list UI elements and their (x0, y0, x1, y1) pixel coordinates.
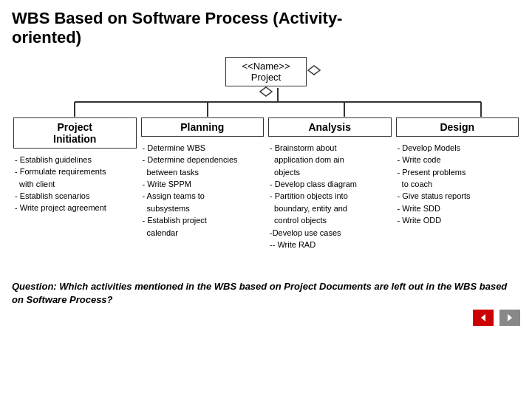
list-item: - Brainstorm about (270, 143, 390, 154)
svg-marker-8 (260, 87, 272, 96)
list-item: - Write SPPM (143, 179, 263, 190)
list-item: - Determine dependencies (143, 154, 263, 166)
node-label-line2: Project (233, 72, 299, 83)
list-item: - Establish guidelines (15, 154, 135, 166)
list-item: with client (15, 179, 135, 190)
col-body-planning: - Determine WBS - Determine dependencies… (141, 143, 265, 239)
col-planning: Planning - Determine WBS - Determine dep… (141, 117, 265, 252)
list-item: to coach (398, 179, 518, 190)
list-item: - Assign teams to (143, 191, 263, 202)
question-text: Question: Which activities mentioned in … (12, 280, 520, 307)
diagram-area: <<Name>> Project ProjectInitiation - Est… (12, 54, 520, 276)
col-header-planning: Planning (141, 117, 265, 137)
col-header-project-initiation: ProjectInitiation (13, 117, 137, 149)
question-content: Question: Which activities mentioned in … (12, 281, 507, 305)
list-item: - Give status reports (398, 191, 518, 202)
page: WBS Based on Software Process (Activity-… (0, 0, 532, 399)
list-item: between tasks (143, 167, 263, 178)
list-item: subsystems (143, 203, 263, 214)
list-item: application dom ain (270, 154, 390, 166)
columns-container: ProjectInitiation - Establish guidelines… (12, 117, 520, 252)
list-item: control objects (270, 215, 390, 226)
list-item: - Develop class diagram (270, 179, 390, 190)
list-item: -- Write RAD (270, 239, 390, 250)
col-body-analysis: - Brainstorm about application dom ain o… (268, 143, 392, 252)
list-item: - Partition objects into (270, 191, 390, 202)
bottom-icons (12, 310, 520, 326)
left-arrow-icon (478, 313, 488, 323)
col-header-analysis: Analysis (268, 117, 392, 137)
list-item: - Formulate requirements (15, 166, 135, 177)
name-project-box: <<Name>> Project (225, 57, 307, 86)
col-design: Design - Develop Models - Write code - P… (396, 117, 519, 252)
col-body-project-initiation: - Establish guidelines - Formulate requi… (13, 154, 137, 215)
list-item: -Develop use cases (270, 228, 390, 239)
list-item: - Write project agreement (15, 202, 135, 214)
col-header-design: Design (396, 117, 519, 137)
list-item: - Write SDD (398, 203, 518, 214)
list-item: - Develop Models (398, 143, 518, 154)
col-analysis: Analysis - Brainstorm about application … (268, 117, 392, 252)
list-item: - Establish scenarios (15, 191, 135, 202)
col-project-initiation: ProjectInitiation - Establish guidelines… (13, 117, 137, 252)
node-label-line1: <<Name>> (233, 61, 299, 72)
gray-nav-icon[interactable] (499, 310, 520, 326)
list-item: - Write ODD (398, 215, 518, 226)
red-nav-icon[interactable] (473, 310, 494, 326)
page-title: WBS Based on Software Process (Activity-… (12, 9, 520, 48)
bottom-diamond-icon (259, 86, 273, 97)
svg-marker-10 (508, 314, 512, 321)
list-item: - Establish project (143, 215, 263, 226)
list-item: objects (270, 167, 390, 178)
svg-marker-9 (481, 314, 485, 321)
title-line2: oriented) (12, 28, 81, 47)
list-item: boundary, entity and (270, 203, 390, 214)
list-item: - Determine WBS (143, 143, 263, 154)
col-body-design: - Develop Models - Write code - Present … (396, 143, 519, 228)
top-node: <<Name>> Project (212, 57, 320, 97)
title-line1: WBS Based on Software Process (Activity- (12, 9, 342, 27)
list-item: - Write code (398, 154, 518, 166)
right-arrow-icon (505, 313, 515, 323)
list-item: calendar (143, 228, 263, 239)
list-item: - Present problems (398, 167, 518, 178)
